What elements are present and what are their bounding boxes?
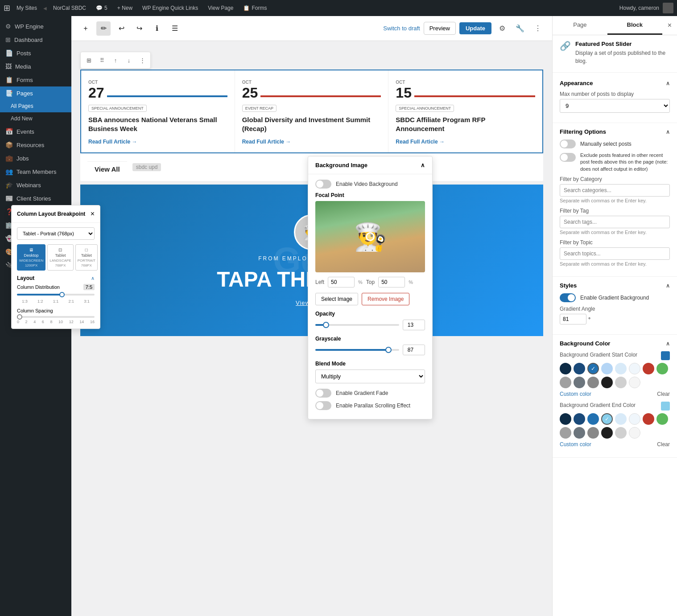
edit-mode-button[interactable]: ✏	[96, 21, 111, 36]
start-clear-button[interactable]: Clear	[657, 391, 670, 397]
end-color-11[interactable]	[587, 427, 599, 439]
device-tab-tablet-portrait[interactable]: □ Tablet PORTRAIT 768PX	[75, 244, 98, 271]
enable-video-toggle[interactable]	[315, 180, 331, 189]
manually-select-toggle[interactable]	[560, 140, 576, 148]
gradient-angle-input[interactable]	[560, 314, 586, 324]
sidebar-item-resources[interactable]: 📦 Resources	[0, 138, 71, 152]
block-inserter-button[interactable]: +	[78, 21, 93, 36]
sidebar-item-team-members[interactable]: 👥 Team Members	[0, 165, 71, 178]
start-color-9[interactable]	[560, 377, 571, 388]
end-color-9[interactable]	[560, 427, 571, 439]
start-color-8[interactable]	[656, 363, 668, 374]
tag-search-input[interactable]	[560, 216, 670, 228]
blend-mode-select[interactable]: Multiply	[315, 370, 425, 383]
opacity-slider-track[interactable]	[315, 324, 399, 326]
tools-button[interactable]: 🔧	[513, 21, 527, 36]
device-tab-tablet-landscape[interactable]: ⊡ Tablet LANDSCAPE 768PX	[47, 244, 73, 271]
start-color-6[interactable]	[629, 363, 640, 374]
new-btn[interactable]: + New	[114, 0, 136, 16]
start-color-5[interactable]	[615, 363, 627, 374]
tab-page[interactable]: Page	[553, 16, 607, 35]
start-color-11[interactable]	[587, 377, 599, 388]
list-view-button[interactable]: ☰	[168, 21, 182, 36]
tab-block[interactable]: Block	[607, 16, 662, 35]
appearance-chevron[interactable]: ∧	[666, 80, 670, 86]
col-spacer-thumb[interactable]	[17, 314, 22, 320]
switch-to-draft-button[interactable]: Switch to draft	[383, 25, 420, 32]
col-panel-close[interactable]: ×	[91, 210, 95, 218]
end-color-3[interactable]	[587, 413, 599, 425]
wp-engine-links[interactable]: WP Engine Quick Links	[139, 0, 202, 16]
update-button[interactable]: Update	[459, 22, 491, 34]
start-color-13[interactable]	[615, 377, 627, 388]
undo-button[interactable]: ↩	[114, 21, 128, 36]
end-clear-button[interactable]: Clear	[657, 441, 670, 448]
sidebar-item-events[interactable]: 📅 Events	[0, 125, 71, 138]
styles-chevron[interactable]: ∧	[666, 283, 670, 289]
view-all-link[interactable]: View All	[87, 161, 127, 177]
end-color-10[interactable]	[574, 427, 585, 439]
block-select-button[interactable]: ⊞	[83, 54, 95, 66]
my-sites-menu[interactable]: My Sites	[13, 0, 41, 16]
focal-left-input[interactable]	[328, 277, 355, 287]
start-color-12[interactable]	[601, 377, 613, 388]
enable-gradient-toggle[interactable]	[560, 293, 576, 302]
remove-image-button[interactable]: Remove Image	[362, 293, 409, 305]
exclude-posts-toggle[interactable]	[560, 153, 576, 162]
forms-link[interactable]: 📋 Forms	[239, 0, 270, 16]
post-2-link[interactable]: Read Full Article →	[242, 139, 291, 145]
sidebar-item-all-pages[interactable]: All Pages	[0, 100, 71, 112]
sidebar-item-wpengine[interactable]: ⚙ WP Engine	[0, 20, 71, 33]
sidebar-item-client-stories[interactable]: 📰 Client Stories	[0, 192, 71, 205]
end-color-1[interactable]	[560, 413, 571, 425]
end-color-5[interactable]	[615, 413, 627, 425]
start-color-2[interactable]	[574, 363, 585, 374]
focal-image[interactable]: 👨‍🍳	[315, 201, 425, 272]
start-color-1[interactable]	[560, 363, 571, 374]
wp-logo-icon[interactable]: ⊞	[4, 3, 10, 13]
details-button[interactable]: ℹ	[150, 21, 164, 36]
site-name[interactable]: NorCal SBDC	[50, 0, 90, 16]
sidebar-item-jobs[interactable]: 💼 Jobs	[0, 152, 71, 165]
bg-color-chevron[interactable]: ∧	[666, 341, 670, 347]
enable-gradient-fade-toggle[interactable]	[315, 389, 331, 398]
sidebar-item-dashboard[interactable]: ⊞ Dashboard	[0, 33, 71, 46]
grayscale-input[interactable]	[403, 345, 425, 355]
end-color-6[interactable]	[629, 413, 640, 425]
opacity-thumb[interactable]	[323, 322, 329, 328]
sidebar-item-media[interactable]: 🖼 Media	[0, 60, 71, 73]
panel-close-button[interactable]: ×	[662, 16, 677, 35]
filtering-chevron[interactable]: ∧	[666, 129, 670, 135]
redo-button[interactable]: ↪	[132, 21, 146, 36]
end-color-7[interactable]	[643, 413, 654, 425]
col-dist-track[interactable]	[17, 294, 95, 296]
more-options-button[interactable]: ⋮	[531, 21, 545, 36]
end-custom-color-link[interactable]: Custom color	[560, 441, 591, 448]
block-drag-button[interactable]: ⠿	[96, 54, 108, 66]
post-1-link[interactable]: Read Full Article →	[88, 139, 137, 145]
start-custom-color-link[interactable]: Custom color	[560, 391, 591, 397]
device-tab-desktop[interactable]: 🖥 Desktop WIDESCREEN 1200PX	[17, 244, 45, 271]
end-color-8[interactable]	[656, 413, 668, 425]
max-posts-select[interactable]: 9	[560, 99, 670, 113]
start-color-7[interactable]	[643, 363, 654, 374]
comment-counter[interactable]: 💬 5	[92, 0, 111, 16]
block-move-up-button[interactable]: ↑	[109, 54, 122, 66]
enable-parallax-toggle[interactable]	[315, 401, 331, 410]
post-3-link[interactable]: Read Full Article →	[396, 139, 445, 145]
layout-chevron[interactable]: ∧	[91, 275, 95, 281]
end-color-2[interactable]	[574, 413, 585, 425]
sidebar-item-posts[interactable]: 📄 Posts	[0, 46, 71, 60]
start-color-10[interactable]	[574, 377, 585, 388]
grayscale-thumb[interactable]	[385, 347, 392, 353]
topic-search-input[interactable]	[560, 247, 670, 260]
block-move-down-button[interactable]: ↓	[123, 54, 135, 66]
focal-top-input[interactable]	[378, 277, 405, 287]
bg-panel-chevron[interactable]: ∧	[421, 162, 425, 168]
category-search-input[interactable]	[560, 184, 670, 197]
breakpoint-select[interactable]: Tablet - Portrait (768px)	[17, 227, 95, 240]
start-color-4[interactable]	[601, 363, 613, 374]
focal-dot[interactable]	[366, 232, 375, 241]
view-page-link[interactable]: View Page	[204, 0, 237, 16]
start-color-3[interactable]	[587, 363, 599, 374]
